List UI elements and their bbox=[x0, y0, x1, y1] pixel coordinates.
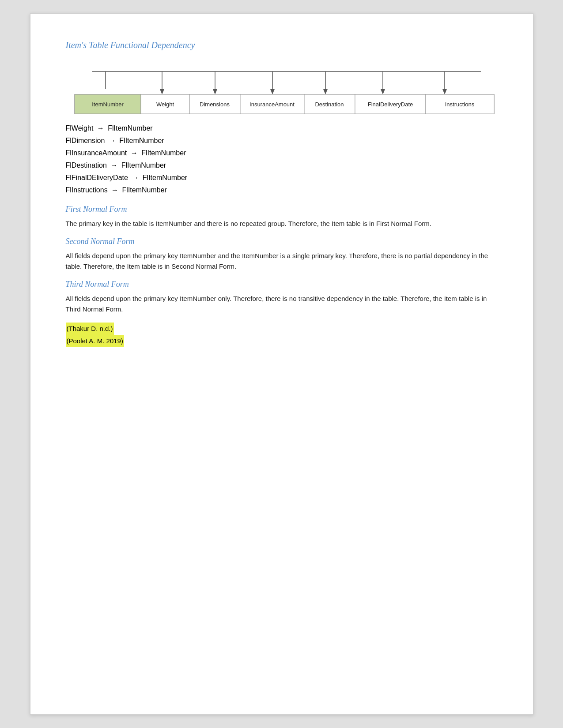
page: Item's Table Functional Dependency bbox=[30, 13, 533, 715]
fd-item-5: FlFinalDEliveryDate → FlItemNumber bbox=[66, 174, 498, 182]
fd-to-2: FlItemNumber bbox=[119, 137, 164, 144]
fd-arrow-3: → bbox=[131, 149, 138, 157]
fd-item-1: FlWeight → FlItemNumber bbox=[66, 124, 498, 132]
fd-arrow-5: → bbox=[132, 174, 139, 182]
citation-1-text: (Thakur D. n.d.) bbox=[66, 323, 114, 335]
first-normal-form-body: The primary key in the table is ItemNumb… bbox=[66, 218, 498, 229]
fd-from-2: FlDimension bbox=[66, 137, 105, 144]
fd-item-4: FlDestination → FlItemNumber bbox=[66, 161, 498, 169]
second-normal-form-title: Second Normal Form bbox=[66, 237, 498, 246]
fd-arrow-1: → bbox=[97, 124, 104, 132]
fd-list: FlWeight → FlItemNumber FlDimension → Fl… bbox=[66, 124, 498, 194]
citation-2: (Poolet A. M. 2019) bbox=[66, 335, 498, 347]
citations: (Thakur D. n.d.) (Poolet A. M. 2019) bbox=[66, 323, 498, 347]
svg-text:Dimensions: Dimensions bbox=[200, 101, 230, 108]
svg-text:Weight: Weight bbox=[156, 101, 174, 108]
fd-from-5: FlFinalDEliveryDate bbox=[66, 174, 128, 181]
svg-marker-8 bbox=[160, 89, 164, 94]
diagram-svg: ItemNumber Weight Dimensions InsuranceAm… bbox=[66, 63, 499, 116]
fd-to-4: FlItemNumber bbox=[121, 161, 166, 169]
svg-marker-10 bbox=[270, 89, 275, 94]
fd-to-6: FlItemNumber bbox=[122, 186, 167, 194]
first-normal-form-title: First Normal Form bbox=[66, 205, 498, 214]
fd-arrow-6: → bbox=[111, 186, 118, 194]
fd-from-3: FlInsuranceAmount bbox=[66, 149, 127, 157]
citation-2-text: (Poolet A. M. 2019) bbox=[66, 335, 124, 347]
svg-marker-9 bbox=[213, 89, 217, 94]
fd-to-5: FlItemNumber bbox=[143, 174, 187, 181]
fd-arrow-2: → bbox=[109, 137, 116, 145]
fd-from-6: FlInstructions bbox=[66, 186, 108, 194]
svg-text:ItemNumber: ItemNumber bbox=[92, 101, 124, 108]
fd-diagram: ItemNumber Weight Dimensions InsuranceAm… bbox=[66, 63, 498, 117]
citation-1: (Thakur D. n.d.) bbox=[66, 323, 498, 335]
third-normal-form-title: Third Normal Form bbox=[66, 280, 498, 289]
svg-marker-13 bbox=[442, 89, 447, 94]
fd-item-3: FlInsuranceAmount → FlItemNumber bbox=[66, 149, 498, 157]
svg-text:Instructions: Instructions bbox=[445, 101, 474, 108]
fd-to-3: FlItemNumber bbox=[141, 149, 186, 157]
svg-text:Destination: Destination bbox=[315, 101, 344, 108]
fd-from-1: FlWeight bbox=[66, 124, 94, 132]
main-title: Item's Table Functional Dependency bbox=[66, 40, 498, 50]
svg-marker-12 bbox=[381, 89, 385, 94]
fd-item-6: FlInstructions → FlItemNumber bbox=[66, 186, 498, 194]
third-normal-form-body: All fields depend upon the primary key I… bbox=[66, 293, 498, 315]
fd-from-4: FlDestination bbox=[66, 161, 107, 169]
fd-arrow-4: → bbox=[110, 161, 117, 169]
svg-text:InsuranceAmount: InsuranceAmount bbox=[249, 101, 295, 108]
svg-text:FinalDeliveryDate: FinalDeliveryDate bbox=[367, 101, 413, 108]
fd-to-1: FlItemNumber bbox=[108, 124, 152, 132]
second-normal-form-body: All fields depend upon the primary key I… bbox=[66, 251, 498, 272]
svg-marker-11 bbox=[323, 89, 328, 94]
fd-item-2: FlDimension → FlItemNumber bbox=[66, 137, 498, 145]
